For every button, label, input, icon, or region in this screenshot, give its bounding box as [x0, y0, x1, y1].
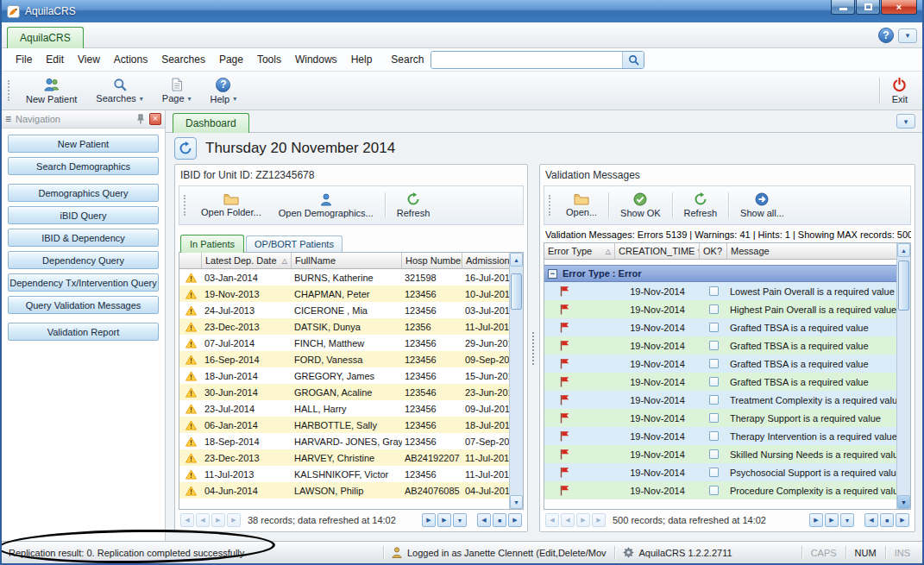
- pager-next-button[interactable]: ▶: [211, 513, 225, 527]
- group-row-error[interactable]: − Error Type : Error: [544, 265, 896, 282]
- pager-first-button[interactable]: ◀: [545, 513, 559, 527]
- scroll-track[interactable]: [510, 267, 523, 495]
- table-row[interactable]: 23-Dec-2013 DATSIK, Dunya 12356 11-Jul-2…: [179, 318, 509, 335]
- table-row[interactable]: 19-Nov-2014 Grafted TBSA is a required v…: [544, 336, 896, 355]
- menu-help[interactable]: Help: [344, 50, 380, 69]
- hscroll-right-icon[interactable]: ▶: [508, 513, 522, 527]
- pin-icon[interactable]: [136, 114, 145, 124]
- table-row[interactable]: 23-Jul-2014 HALL, Harry 123456 09-Jul-20…: [179, 400, 509, 417]
- ok-checkbox[interactable]: [709, 395, 719, 405]
- searches-button[interactable]: Searches▾: [86, 73, 153, 108]
- chevron-down-icon[interactable]: ▾: [898, 28, 917, 43]
- chevron-down-icon[interactable]: ▾: [896, 114, 915, 129]
- sidebar-item-dependency-tx-intervention-query[interactable]: Dependency Tx/Intervention Query: [8, 273, 159, 292]
- page-button[interactable]: Page▾: [153, 73, 201, 108]
- tab-aquilacrs[interactable]: AquilaCRS: [7, 27, 84, 48]
- table-row[interactable]: 19-Nov-2014 Highest Pain Overall is a re…: [544, 300, 896, 318]
- table-row[interactable]: 19-Nov-2014 Grafted TBSA is a required v…: [544, 355, 896, 373]
- toolbar-grip[interactable]: [184, 195, 187, 216]
- pager-bottom-button[interactable]: ▼: [840, 513, 854, 527]
- table-row[interactable]: 19-Nov-2014 Treatment Complexity is a re…: [544, 391, 896, 409]
- close-button[interactable]: ×: [881, 0, 917, 15]
- tab-op-bort-patients[interactable]: OP/BORT Patients: [246, 235, 343, 252]
- close-panel-icon[interactable]: ×: [149, 113, 161, 125]
- table-row[interactable]: 19-Nov-2014 Procedure Complexity is a re…: [544, 481, 896, 499]
- table-row[interactable]: 19-Nov-2014 Skilled Nursing Needs is a r…: [544, 445, 896, 463]
- sidebar-item-validation-report[interactable]: Validation Report: [8, 323, 159, 341]
- table-row[interactable]: 19-Nov-2014 Lowest Pain Overall is a req…: [544, 282, 896, 300]
- sidebar-item-query-validation-messages[interactable]: Query Validation Messages: [8, 296, 159, 314]
- column-ok[interactable]: OK?: [700, 243, 727, 259]
- menu-burger-icon[interactable]: ≡: [5, 114, 11, 124]
- menu-tools[interactable]: Tools: [250, 50, 288, 69]
- pager-next-button[interactable]: ▶: [576, 513, 590, 527]
- toolbar-grip[interactable]: [8, 80, 11, 101]
- scroll-thumb[interactable]: [511, 273, 522, 310]
- pager-last-button[interactable]: ▶: [825, 513, 839, 527]
- pager-last-button[interactable]: ▶: [592, 513, 606, 527]
- scroll-up-icon[interactable]: ▲: [510, 253, 523, 267]
- table-row[interactable]: 24-Jul-2013 CICERONE , Mia 123456 03-Jul…: [179, 302, 509, 318]
- menu-edit[interactable]: Edit: [39, 50, 71, 69]
- scroll-thumb[interactable]: [898, 261, 909, 311]
- maximize-button[interactable]: [856, 0, 880, 15]
- collapse-icon[interactable]: −: [548, 269, 557, 279]
- column-latest-dep-date[interactable]: Latest Dep. Date△: [202, 253, 292, 268]
- ok-checkbox[interactable]: [709, 449, 719, 459]
- sidebar-item-ibid-dependency[interactable]: IBID & Dependency: [8, 229, 159, 247]
- search-button[interactable]: [622, 52, 644, 68]
- sidebar-item-demographics-query[interactable]: Demographics Query: [8, 184, 159, 202]
- column-creation-time[interactable]: CREATION_TIME▽: [615, 243, 700, 259]
- hscroll-left-icon[interactable]: ◀: [864, 513, 878, 527]
- table-row[interactable]: 07-Jul-2014 FINCH, Matthew 123456 29-Jun…: [179, 335, 509, 351]
- menu-searches[interactable]: Searches: [154, 50, 212, 69]
- table-row[interactable]: 04-Jun-2014 LAWSON, Philip AB24076085 04…: [179, 482, 509, 499]
- show-ok-button[interactable]: Show OK: [612, 188, 669, 223]
- new-patient-button[interactable]: New Patient: [16, 73, 86, 108]
- table-row[interactable]: 19-Nov-2014 Grafted TBSA is a required v…: [544, 373, 896, 391]
- column-fullname[interactable]: FullName: [292, 253, 402, 268]
- scroll-down-icon[interactable]: ▼: [510, 495, 523, 509]
- column-message[interactable]: Message: [727, 243, 896, 259]
- icon-column-header[interactable]: [179, 253, 202, 268]
- table-row[interactable]: 19-Nov-2014 Grafted TBSA is a required v…: [544, 318, 896, 336]
- menu-view[interactable]: View: [71, 50, 107, 69]
- table-row[interactable]: 30-Jun-2014 GROGAN, Acaline 123546 23-Ju…: [179, 384, 509, 400]
- refresh-validation-button[interactable]: Refresh: [676, 188, 726, 223]
- panel-splitter[interactable]: [528, 164, 539, 532]
- sidebar-item-dependency-query[interactable]: Dependency Query: [8, 251, 159, 269]
- menu-page[interactable]: Page: [212, 50, 250, 69]
- validation-vertical-scrollbar[interactable]: ▲ ▼: [896, 243, 910, 509]
- hscroll-thumb[interactable]: ■: [493, 513, 506, 527]
- table-row[interactable]: 16-Sep-2014 FORD, Vanessa 123456 09-Sep-…: [179, 351, 509, 367]
- table-row[interactable]: 19-Nov-2014 Therapy Support is a require…: [544, 409, 896, 427]
- tab-dashboard[interactable]: Dashboard: [173, 113, 249, 133]
- ok-checkbox[interactable]: [709, 468, 719, 477]
- pager-first-button[interactable]: ◀: [180, 513, 194, 527]
- minimize-button[interactable]: [831, 0, 855, 15]
- pager-last-button[interactable]: ▶: [227, 513, 241, 527]
- scroll-down-icon[interactable]: ▼: [897, 495, 910, 509]
- sidebar-item-new-patient[interactable]: New Patient: [8, 135, 159, 153]
- refresh-patients-button[interactable]: Refresh: [388, 188, 439, 223]
- title-bar[interactable]: AquilaCRS ×: [2, 0, 922, 22]
- table-row[interactable]: 19-Nov-2014 Therapy Intervention is a re…: [544, 427, 896, 445]
- tab-in-patients[interactable]: In Patients: [180, 235, 244, 253]
- hscroll-thumb[interactable]: ■: [880, 513, 894, 527]
- table-row[interactable]: 19-Nov-2014 Psychosocial Support is a re…: [544, 463, 896, 481]
- refresh-date-button[interactable]: [174, 137, 197, 160]
- sidebar-item-search-demographics[interactable]: Search Demographics: [8, 157, 159, 175]
- toolbar-grip[interactable]: [549, 195, 552, 216]
- help-toolbar-button[interactable]: ? Help▾: [201, 73, 247, 108]
- sidebar-item-ibid-query[interactable]: iBID Query: [8, 206, 159, 224]
- open-demographics-button[interactable]: Open Demographics...: [270, 188, 382, 223]
- ok-checkbox[interactable]: [709, 304, 719, 314]
- menu-windows[interactable]: Windows: [288, 50, 344, 69]
- search-input[interactable]: [431, 52, 622, 68]
- exit-button[interactable]: Exit: [883, 73, 917, 108]
- open-folder-button[interactable]: Open Folder...: [192, 188, 270, 223]
- table-row[interactable]: 03-Jan-2014 BURNS, Katherine 321598 16-J…: [179, 269, 509, 286]
- hscroll-left-icon[interactable]: ◀: [477, 513, 491, 527]
- column-admission-date[interactable]: Admission Date: [462, 253, 509, 268]
- ok-checkbox[interactable]: [709, 431, 719, 441]
